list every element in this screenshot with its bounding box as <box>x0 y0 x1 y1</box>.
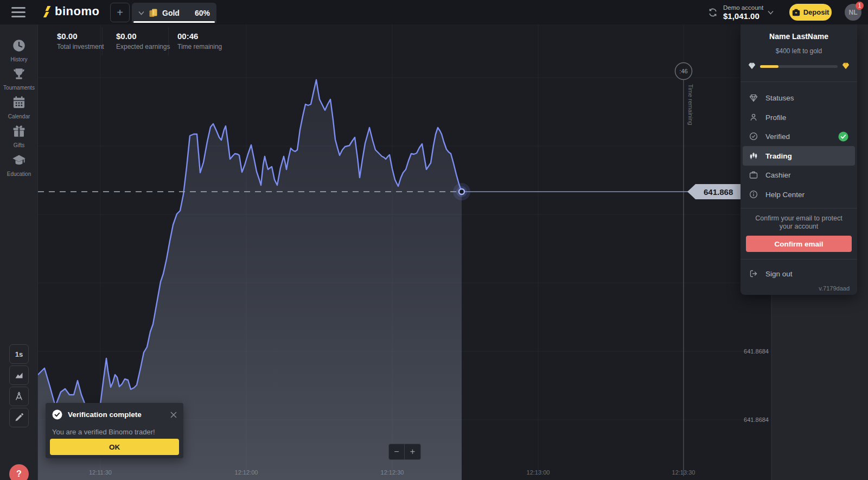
zoom-out-button[interactable]: − <box>388 444 405 460</box>
status-progress-text: $400 left to gold <box>741 47 857 55</box>
svg-text:641.8684: 641.8684 <box>744 348 769 355</box>
active-tab-underline <box>133 21 215 23</box>
refresh-icon[interactable] <box>708 8 718 17</box>
panel-divider <box>741 208 857 209</box>
asset-payout: 60% <box>195 9 210 17</box>
graduation-cap-icon <box>12 153 26 167</box>
asset-name: Gold <box>162 9 180 17</box>
app-version: v.7179daad <box>819 285 850 292</box>
menu-label: Trading <box>765 152 792 160</box>
stat-expected-earnings: $0.00 Expected earnings <box>116 31 170 50</box>
asset-tab-gold[interactable]: Gold 60% <box>132 3 216 23</box>
drawing-tools-button[interactable] <box>9 408 29 427</box>
menu-item-profile[interactable]: Profile <box>743 108 855 127</box>
sign-out-label: Sign out <box>765 270 793 278</box>
sidebar-label-gifts: Gifts <box>0 142 38 148</box>
deposit-button[interactable]: Deposit <box>789 4 832 21</box>
confirm-email-note: Confirm your email to protect your accou… <box>748 214 850 231</box>
total-investment-value: $0.00 <box>57 31 104 41</box>
indicators-button[interactable] <box>9 387 29 406</box>
info-icon <box>749 190 758 199</box>
menu-label: Verified <box>765 132 790 141</box>
expected-earnings-label: Expected earnings <box>116 43 170 50</box>
clock-icon <box>12 39 26 53</box>
menu-item-help-center[interactable]: Help Center <box>743 185 855 204</box>
lightning-bolt-icon <box>42 5 52 18</box>
sidebar-item-gifts[interactable]: Gifts <box>0 124 38 148</box>
sidebar-label-calendar: Calendar <box>0 113 38 119</box>
calendar-icon <box>12 96 26 110</box>
stat-total-investment: $0.00 Total investment <box>57 31 104 50</box>
confirm-email-button[interactable]: Confirm email <box>746 236 852 252</box>
sidebar-item-tournaments[interactable]: Tournaments <box>0 67 38 91</box>
sign-out-icon <box>749 269 758 278</box>
menu-label: Cashier <box>765 171 791 179</box>
account-balance: $1,041.00 <box>723 11 763 21</box>
sidebar-item-education[interactable]: Education <box>0 153 38 177</box>
menu-label: Help Center <box>765 191 805 199</box>
current-price-value: 641.868 <box>704 187 733 197</box>
chevron-down-icon[interactable] <box>138 11 144 15</box>
logo-text: binomo <box>55 4 99 18</box>
sidebar-item-calendar[interactable]: Calendar <box>0 96 38 119</box>
panel-divider <box>741 81 857 82</box>
close-icon[interactable] <box>170 412 177 418</box>
binomo-logo: binomo <box>42 4 99 18</box>
verified-check-icon <box>838 131 848 142</box>
toast-message: You are a verified Binomo trader! <box>52 428 155 436</box>
verification-toast: Verification complete You are a verified… <box>46 403 183 458</box>
panel-divider <box>741 259 857 260</box>
progress-track <box>760 65 838 68</box>
notification-badge: 1 <box>856 2 864 10</box>
user-full-name: Name LastName <box>741 32 857 41</box>
briefcase-icon <box>792 9 800 16</box>
menu-item-statuses[interactable]: Statuses <box>743 88 855 108</box>
pencil-icon <box>14 413 24 422</box>
account-switcher[interactable]: Demo account $1,041.00 <box>708 0 774 24</box>
zoom-in-button[interactable]: + <box>405 444 421 460</box>
account-chevron-down-icon[interactable] <box>768 10 774 15</box>
menu-item-cashier[interactable]: Cashier <box>743 165 855 185</box>
svg-text:12:13:00: 12:13:00 <box>527 469 550 476</box>
silver-gem-icon <box>748 62 756 70</box>
user-icon <box>749 113 758 122</box>
menu-item-verified[interactable]: Verified <box>743 127 855 146</box>
drafting-compass-icon <box>14 391 24 401</box>
ok-button[interactable]: OK <box>50 439 179 455</box>
price-axis-labels: 641.8684641.8684 <box>744 348 769 423</box>
user-menu-panel: Name LastName $400 left to gold Statuses… <box>741 24 857 295</box>
chart-type-button[interactable] <box>9 365 29 385</box>
sidebar-label-education: Education <box>0 171 38 177</box>
status-progress-bar <box>748 62 850 70</box>
sidebar-label-history: History <box>0 56 38 62</box>
account-type-label: Demo account <box>723 4 763 11</box>
time-remaining-label: Time remaining <box>177 43 222 50</box>
menu-item-trading[interactable]: Trading <box>743 146 855 166</box>
menu-label: Statuses <box>765 94 794 102</box>
toast-title: Verification complete <box>68 410 142 419</box>
svg-text:641.8684: 641.8684 <box>744 416 769 423</box>
menu-hamburger-icon[interactable] <box>11 7 25 17</box>
progress-fill <box>760 65 778 68</box>
sign-out-button[interactable]: Sign out <box>743 264 855 283</box>
menu-label: Profile <box>765 113 786 122</box>
check-circle-icon <box>749 132 758 141</box>
candlestick-icon <box>749 151 758 160</box>
sidebar-item-history[interactable]: History <box>0 39 38 62</box>
wallet-icon <box>749 171 758 179</box>
expected-earnings-value: $0.00 <box>116 31 170 41</box>
current-point-marker <box>459 189 464 194</box>
total-investment-label: Total investment <box>57 43 104 50</box>
timeframe-button[interactable]: 1s <box>9 344 29 364</box>
trophy-icon <box>12 67 26 81</box>
time-remaining-axis-label: Time remaining <box>687 84 694 125</box>
chart-zoom-controls: − + <box>388 444 421 460</box>
gift-icon <box>12 124 26 138</box>
add-asset-tab-button[interactable]: + <box>110 3 130 22</box>
gold-gem-icon <box>842 62 850 70</box>
top-bar: binomo + Gold 60% Demo account $1, <box>0 0 868 24</box>
check-badge-icon <box>52 409 62 420</box>
sidebar-label-tournaments: Tournaments <box>0 85 38 91</box>
area-chart-icon <box>14 371 24 380</box>
help-button[interactable]: ? <box>9 464 29 480</box>
